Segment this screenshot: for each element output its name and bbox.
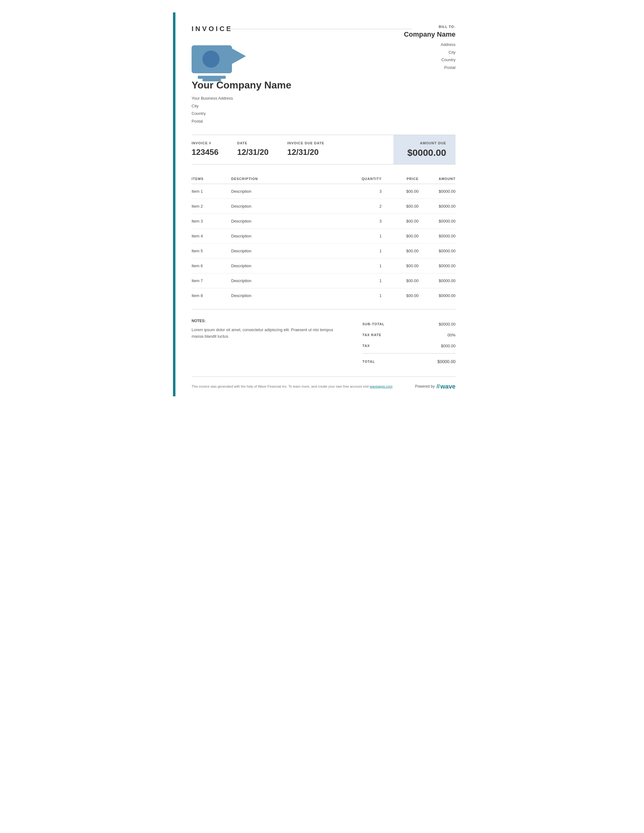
table-row: Item 5 Description 1 $00.00 $0000.00 [192, 243, 456, 258]
row-qty-5: 1 [350, 258, 382, 273]
client-company-name: Company Name [387, 31, 456, 39]
row-item-3: Item 4 [192, 228, 231, 243]
tax-label: TAX [362, 344, 370, 347]
company-postal: Postal [192, 117, 387, 125]
invoice-number-label: INVOICE # [192, 141, 219, 145]
row-price-1: $00.00 [382, 199, 419, 214]
row-item-2: Item 3 [192, 214, 231, 228]
table-row: Item 3 Description 3 $00.00 $0000.00 [192, 214, 456, 228]
invoice-number-value: 123456 [192, 148, 219, 157]
subtotal-row: SUB-TOTAL $0000.00 [362, 319, 456, 330]
client-street: Address [387, 41, 456, 49]
row-item-1: Item 2 [192, 199, 231, 214]
row-desc-3: Description [231, 228, 350, 243]
table-row: Item 8 Description 1 $00.00 $0000.00 [192, 288, 456, 303]
col-header-items: ITEMS [192, 174, 231, 184]
invoice-date-value: 12/31/20 [237, 148, 269, 157]
footer-link[interactable]: waveapps.com [370, 384, 393, 388]
row-desc-0: Description [231, 184, 350, 199]
totals-divider [362, 353, 456, 354]
footer-section: This invoice was generated with the help… [192, 376, 456, 396]
row-qty-0: 3 [350, 184, 382, 199]
wave-slash-icon: // [436, 383, 440, 390]
notes-text: Lorem ipsum dolor sit amet, consectetur … [192, 327, 335, 340]
row-qty-1: 2 [350, 199, 382, 214]
row-qty-3: 1 [350, 228, 382, 243]
invoice-date-item: DATE 12/31/20 [237, 141, 269, 158]
row-item-5: Item 6 [192, 258, 231, 273]
invoice-wrapper: INVOICE Your Company Name Your Business … [173, 13, 471, 396]
table-row: Item 7 Description 1 $00.00 $0000.00 [192, 273, 456, 288]
row-desc-4: Description [231, 243, 350, 258]
invoice-title: INVOICE [192, 25, 387, 33]
header-section: INVOICE Your Company Name Your Business … [192, 13, 456, 135]
camera-stand [198, 76, 226, 79]
company-street: Your Business Address [192, 95, 387, 103]
row-price-6: $00.00 [382, 273, 419, 288]
row-desc-2: Description [231, 214, 350, 228]
powered-by-text: Powered by [415, 384, 435, 389]
invoice-number-item: INVOICE # 123456 [192, 141, 219, 158]
row-desc-6: Description [231, 273, 350, 288]
notes-label: NOTES: [192, 319, 335, 323]
col-header-amount: AMOUNT [419, 174, 456, 184]
row-desc-7: Description [231, 288, 350, 303]
row-desc-5: Description [231, 258, 350, 273]
table-header-row: ITEMS DESCRIPTION QUANTITY PRICE AMOUNT [192, 174, 456, 184]
table-row: Item 1 Description 3 $00.00 $0000.00 [192, 184, 456, 199]
company-address: Your Business Address City Country Posta… [192, 95, 387, 125]
left-accent-bar [173, 13, 175, 396]
footer-text-content: This invoice was generated with the help… [192, 384, 369, 388]
footer-text: This invoice was generated with the help… [192, 384, 393, 388]
row-amount-2: $0000.00 [419, 214, 456, 228]
invoice-due-date-value: 12/31/20 [287, 148, 325, 157]
company-city: City [192, 103, 387, 110]
row-price-0: $00.00 [382, 184, 419, 199]
row-amount-7: $0000.00 [419, 288, 456, 303]
items-section: ITEMS DESCRIPTION QUANTITY PRICE AMOUNT … [192, 164, 456, 309]
tax-value: $000.00 [441, 344, 456, 348]
amount-due-box: AMOUNT DUE $0000.00 [393, 135, 456, 164]
tax-rate-value: 00% [448, 333, 456, 338]
invoice-content: INVOICE Your Company Name Your Business … [173, 13, 471, 396]
company-name: Your Company Name [192, 79, 387, 91]
row-item-7: Item 8 [192, 288, 231, 303]
invoice-due-date-item: INVOICE DUE DATE 12/31/20 [287, 141, 325, 158]
table-row: Item 6 Description 1 $00.00 $0000.00 [192, 258, 456, 273]
powered-by: Powered by // wave [415, 383, 456, 390]
amount-due-label: AMOUNT DUE [403, 141, 446, 145]
row-price-2: $00.00 [382, 214, 419, 228]
row-amount-6: $0000.00 [419, 273, 456, 288]
row-item-4: Item 5 [192, 243, 231, 258]
company-country: Country [192, 110, 387, 117]
row-qty-7: 1 [350, 288, 382, 303]
table-row: Item 4 Description 1 $00.00 $0000.00 [192, 228, 456, 243]
row-price-4: $00.00 [382, 243, 419, 258]
row-amount-4: $0000.00 [419, 243, 456, 258]
bottom-section: NOTES: Lorem ipsum dolor sit amet, conse… [192, 309, 456, 376]
client-city: City [387, 49, 456, 56]
client-address: Address City Country Postal [387, 41, 456, 72]
camera-stand-base [203, 79, 221, 81]
tax-row: TAX $000.00 [362, 341, 456, 351]
row-price-5: $00.00 [382, 258, 419, 273]
row-price-3: $00.00 [382, 228, 419, 243]
totals-section: SUB-TOTAL $0000.00 TAX RATE 00% TAX $000… [362, 319, 456, 364]
invoice-due-date-label: INVOICE DUE DATE [287, 141, 325, 145]
subtotal-value: $0000.00 [439, 322, 456, 326]
client-country: Country [387, 56, 456, 64]
row-amount-3: $0000.00 [419, 228, 456, 243]
row-amount-0: $0000.00 [419, 184, 456, 199]
notes-section: NOTES: Lorem ipsum dolor sit amet, conse… [192, 319, 335, 364]
wave-brand-text: wave [440, 383, 456, 390]
row-desc-1: Description [231, 199, 350, 214]
header-right: BILL TO: Company Name Address City Count… [387, 25, 456, 72]
header-left: INVOICE Your Company Name Your Business … [192, 25, 387, 125]
wave-logo: // wave [436, 383, 456, 390]
row-amount-5: $0000.00 [419, 258, 456, 273]
subtotal-label: SUB-TOTAL [362, 322, 385, 326]
table-row: Item 2 Description 2 $00.00 $0000.00 [192, 199, 456, 214]
row-item-0: Item 1 [192, 184, 231, 199]
tax-rate-row: TAX RATE 00% [362, 330, 456, 341]
col-header-quantity: QUANTITY [350, 174, 382, 184]
